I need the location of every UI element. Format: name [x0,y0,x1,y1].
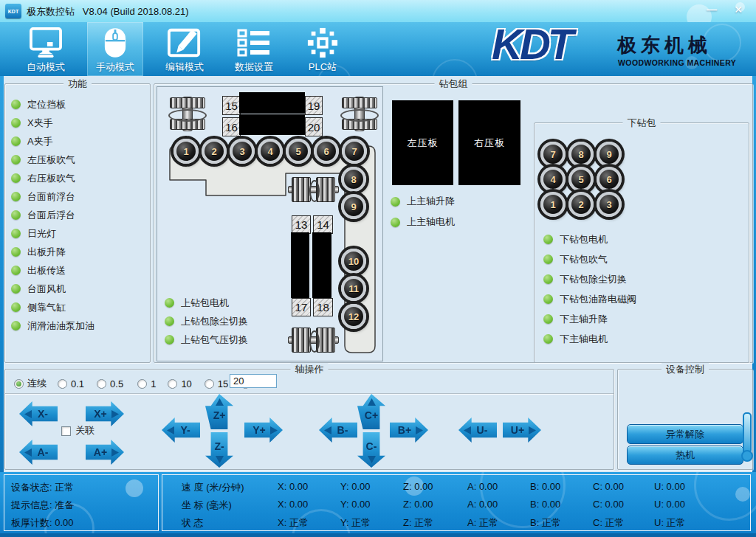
lower-drill-4[interactable]: 4 [540,167,566,192]
tab-auto-mode[interactable]: 自动模式 [18,22,74,76]
drill-spindle-2[interactable]: 2 [202,139,227,164]
tab-edit-mode[interactable]: 编辑模式 [157,22,213,76]
jog-z-minus-button[interactable]: Z- [205,432,233,468]
drill-spindle-8[interactable]: 8 [341,167,366,192]
speed-x: X: 0.00 [278,481,308,492]
drill-spindle-6[interactable]: 6 [314,139,339,164]
edit-icon [167,27,202,59]
function-item[interactable]: 出板升降 [11,243,94,261]
jog-b-minus-button[interactable]: B- [319,418,357,443]
indicator-item[interactable]: 下主轴升降 [543,309,636,329]
lower-drill-1[interactable]: 1 [540,192,566,217]
drill-spindle-1[interactable]: 1 [173,139,199,164]
function-label: 日光灯 [27,227,56,240]
jog-x-plus-button[interactable]: X+ [86,401,124,426]
jog-a-plus-button[interactable]: A+ [86,440,124,465]
coord-u: U: 0.00 [654,499,685,510]
radio-continuous[interactable]: 连续 [14,377,47,390]
drill-spindle-11[interactable]: 11 [341,276,366,301]
indicator-item[interactable]: 上钻包除尘切换 [165,312,248,330]
tab-data-settings[interactable]: 数据设置 [226,22,282,76]
jog-y-plus-button[interactable]: Y+ [244,418,283,443]
indicator-item[interactable]: 上钻包气压切换 [165,330,248,349]
function-item[interactable]: 出板传送 [11,261,94,280]
lower-drill-6[interactable]: 6 [597,167,622,192]
status-label: 板厚计数: [11,517,52,528]
indicator-item[interactable]: 下主轴电机 [543,329,636,349]
status-dot-green [11,210,21,220]
indicator-item[interactable]: 上主轴电机 [391,212,455,232]
function-label: 出板升降 [27,246,66,259]
tab-plc-station[interactable]: PLC站 [295,22,351,76]
status-dot-green [543,235,553,244]
panel-axis-ops: 轴操作 连续 0.1 0.5 1 10 15 X- X+ 关联 A- A+ Y-… [4,369,614,470]
tab-manual-mode[interactable]: 手动模式 [87,22,143,76]
fault-reset-button[interactable]: 异常解除 [627,424,743,444]
jog-b-plus-button[interactable]: B+ [390,418,428,443]
radio-step-1[interactable]: 1 [137,378,156,389]
speed-u: U: 0.00 [654,481,685,492]
lower-drill-8[interactable]: 8 [568,142,594,167]
status-dot-green [11,321,21,330]
indicator-item[interactable]: 下钻包除尘切换 [543,269,636,289]
function-item[interactable]: X夹手 [11,114,94,132]
function-item[interactable]: 台面风机 [11,280,94,298]
speed-y: Y: 0.00 [340,481,370,492]
jog-u-minus-button[interactable]: U- [458,418,497,443]
lower-drill-5[interactable]: 5 [568,167,594,192]
function-item[interactable]: 台面后浮台 [11,206,94,224]
jog-u-plus-button[interactable]: U+ [503,418,541,443]
jog-x-minus-button[interactable]: X- [19,401,58,426]
drill-spindle-9[interactable]: 9 [341,194,366,219]
state-z: Z: 正常 [403,516,433,530]
indicator-item[interactable]: 下钻包电机 [543,229,636,249]
function-list: 定位挡板 X夹手 A夹手 左压板吹气 右压板吹气 台面前浮台 台面后浮台 日光灯… [11,95,94,335]
function-item[interactable]: 日光灯 [11,224,94,243]
minimize-button[interactable]: — [698,0,725,19]
drill-spindle-3[interactable]: 3 [230,139,255,164]
drill-spindle-5[interactable]: 5 [286,139,311,164]
lower-drill-7[interactable]: 7 [540,142,566,167]
indicator-item[interactable]: 上主轴升降 [391,191,455,212]
function-label: A夹手 [27,135,53,148]
jog-c-minus-button[interactable]: C- [357,432,385,468]
indicator-label: 下主轴升降 [560,313,608,326]
tab-label: 编辑模式 [165,60,204,74]
custom-step-input[interactable] [230,374,277,388]
function-item[interactable]: A夹手 [11,132,94,150]
drill-spindle-12[interactable]: 12 [341,304,366,329]
drill-spindle-4[interactable]: 4 [258,139,283,164]
indicator-item[interactable]: 上钻包电机 [165,294,248,312]
close-button[interactable]: ✕ [725,0,752,19]
lower-drill-9[interactable]: 9 [597,142,622,167]
lower-drill-3[interactable]: 3 [597,192,622,217]
data-list-icon [236,27,272,59]
function-item[interactable]: 左压板吹气 [11,150,94,169]
link-axes-checkbox[interactable]: 关联 [61,424,94,437]
status-dot-green [11,100,21,109]
warmup-button[interactable]: 热机 [627,446,743,465]
pod-label-17: 17 [292,298,311,316]
status-label: 设备状态: [11,482,52,493]
jog-z-plus-button[interactable]: Z+ [205,394,233,429]
coord-row: 坐 标 (毫米) X: 0.00 Y: 0.00 Z: 0.00 A: 0.00… [162,499,750,510]
jog-c-plus-button[interactable]: C+ [357,394,385,429]
jog-y-minus-button[interactable]: Y- [162,418,200,443]
function-item[interactable]: 右压板吹气 [11,169,94,187]
radio-step-0p1[interactable]: 0.1 [58,378,84,389]
radio-step-10[interactable]: 10 [168,378,191,389]
indicator-item[interactable]: 下钻包油路电磁阀 [543,289,636,309]
radio-step-15[interactable]: 15 [205,378,228,389]
function-item[interactable]: 侧靠气缸 [11,298,94,316]
function-item[interactable]: 润滑油油泵加油 [11,316,94,335]
pod-label-15: 15 [222,96,241,115]
lower-drill-2[interactable]: 2 [568,192,594,217]
function-item[interactable]: 台面前浮台 [11,187,94,206]
jog-a-minus-button[interactable]: A- [19,440,58,465]
indicator-item[interactable]: 下钻包吹气 [543,249,636,269]
arrow-label: A+ [94,446,107,458]
drill-spindle-10[interactable]: 10 [341,249,366,274]
radio-step-0p5[interactable]: 0.5 [97,378,123,389]
drill-spindle-7[interactable]: 7 [342,139,367,164]
function-item[interactable]: 定位挡板 [11,95,94,114]
